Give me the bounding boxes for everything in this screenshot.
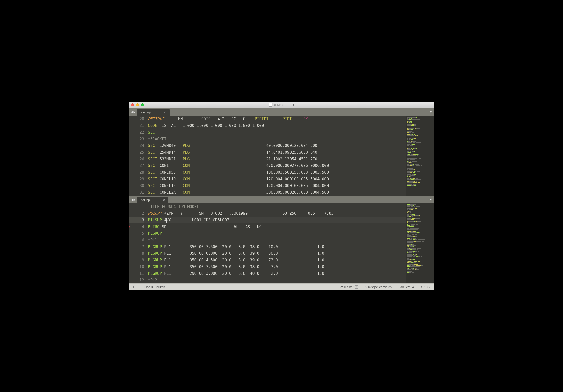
line-number: 4 [129,223,144,230]
line-number: 31 [129,189,144,196]
editor-pane-bottom: 123456789101112 TITLE FOUNDATION MODELPS… [129,203,434,283]
editor-window: psi.inp — test ◀ ▶ sac.inp × ▼ 202122232… [129,102,434,290]
code-line[interactable]: SECT CONEH55 CON 180.003.500150.003.5003… [148,169,406,176]
nav-back-icon[interactable]: ◀ [131,198,133,202]
git-branch-icon: ⎇ [339,285,343,289]
status-cursor-position[interactable]: Line 3, Column 9 [142,285,170,289]
panel-icon [133,286,137,288]
code-line[interactable]: SECT CONEL1E CON 120.004.000100.005.5004… [148,182,406,189]
tab-psi-inp[interactable]: psi.inp × [137,197,168,203]
tab-history-nav: ◀ ▶ [130,108,137,116]
tab-dropdown-icon[interactable]: ▼ [430,110,432,114]
zoom-window-button[interactable] [141,103,144,106]
close-tab-icon[interactable]: × [164,110,166,114]
code-line[interactable]: PLGRUP PL1 350.00 4.500 20.0 8.0 39.0 73… [148,257,406,263]
status-syntax[interactable]: SACS [419,285,432,289]
line-number: 2 [129,210,144,217]
line-number: 27 [129,162,144,169]
code-line[interactable]: PILSUP AVG LCD1LCD3LCD5LCD7 [148,217,406,223]
line-number-gutter[interactable]: 202122232425262728293031 [129,116,148,196]
status-bar: Line 3, Column 9 ⎇ master 3 2 misspelled… [129,283,434,290]
code-line[interactable]: SECT CONEL2A CON 300.005.000200.008.5004… [148,189,406,196]
code-line[interactable]: PSIOPT +ZMN Y SM 0.002 .0001999 S3 250 0… [148,210,406,217]
code-line[interactable]: SECT 120MD40 PLG 40.0006.000120.004.500 [148,142,406,149]
line-number: 23 [129,136,144,142]
tab-sac-inp[interactable]: sac.inp × [137,109,170,116]
git-changes-badge: 3 [355,285,358,289]
tabbar-top: ◀ ▶ sac.inp × ▼ [129,108,434,116]
code-line[interactable]: OPTIONS MN SDIS 4 2 DC C PTPTPT PTPT SK [148,116,406,122]
code-editor-content[interactable]: OPTIONS MN SDIS 4 2 DC C PTPTPT PTPT SKC… [148,116,406,196]
code-line[interactable]: PLGRUP [148,230,406,237]
code-line[interactable]: PLGRUP PL1 350.00 7.500 20.0 8.0 38.0 7.… [148,263,406,270]
line-number: 29 [129,176,144,182]
code-line[interactable]: CODE IS AL 1.000 1.000 1.000 1.000 1.000… [148,122,406,129]
code-line[interactable]: *PL1 [148,237,406,243]
window-title: psi.inp — test [269,103,294,107]
line-number: 20 [129,116,144,122]
line-number: 10 [129,263,144,270]
window-title-text: psi.inp — test [274,103,294,107]
traffic-lights [131,103,144,106]
line-number: 8 [129,250,144,257]
line-number-gutter[interactable]: 123456789101112 [129,203,148,283]
close-tab-icon[interactable]: × [163,198,165,202]
editor-pane-top: 202122232425262728293031 OPTIONS MN SDIS… [129,116,434,196]
code-line[interactable]: SECT [148,129,406,136]
line-number: 11 [129,270,144,277]
code-line[interactable]: SECT 533MD21 PLG 21.1902.13054.4501.270 [148,156,406,162]
nav-back-icon[interactable]: ◀ [131,110,133,114]
line-number: 5 [129,230,144,237]
line-number: 7 [129,243,144,250]
line-number: 9 [129,257,144,263]
code-editor-content[interactable]: TITLE FOUNDATION MODELPSIOPT +ZMN Y SM 0… [148,203,406,283]
line-number: 25 [129,149,144,156]
status-spellcheck[interactable]: 2 misspelled words [363,285,394,289]
status-tab-size[interactable]: Tab Size: 4 [397,285,416,289]
code-line[interactable]: PLTRQ SD AL AS UC [148,223,406,230]
line-number: 26 [129,156,144,162]
code-line[interactable]: *PL2 [148,277,406,283]
line-number: 6 [129,237,144,243]
line-number: 21 [129,122,144,129]
code-line[interactable]: TITLE FOUNDATION MODEL [148,203,406,210]
code-line[interactable]: SECT 254MD14 PLG 14.6401.09025.6000.640 [148,149,406,156]
code-line[interactable]: SECT CON1 CON 470.006.000270.006.0006.00… [148,162,406,169]
nav-forward-icon[interactable]: ▶ [133,198,135,202]
tab-label: sac.inp [141,111,151,114]
code-line[interactable]: **JACKET [148,136,406,142]
status-panel-toggle[interactable] [131,286,139,288]
line-number: 12 [129,277,144,283]
minimap[interactable] [406,116,434,196]
document-icon [269,103,272,107]
tab-history-nav: ◀ ▶ [130,196,137,203]
tab-label: psi.inp [141,198,150,202]
code-line[interactable]: PLGRUP PL1 290.00 3.000 20.0 8.0 40.0 2.… [148,270,406,277]
status-git-branch[interactable]: ⎇ master 3 [337,285,360,289]
close-window-button[interactable] [131,103,134,106]
line-number: 22 [129,129,144,136]
tab-dropdown-icon[interactable]: ▼ [430,198,432,201]
code-line[interactable]: PLGRUP PL1 350.00 6.000 20.0 8.0 39.0 30… [148,250,406,257]
tabbar-bottom: ◀ ▶ psi.inp × ▼ [129,196,434,203]
code-line[interactable]: PLGRUP PL1 350.00 7.500 20.0 8.0 38.0 10… [148,243,406,250]
minimize-window-button[interactable] [136,103,139,106]
window-titlebar: psi.inp — test [129,102,434,108]
nav-forward-icon[interactable]: ▶ [133,110,135,114]
line-number: 30 [129,182,144,189]
line-number: 24 [129,142,144,149]
code-line[interactable]: SECT CONEL1D CON 120.004.000100.005.5004… [148,176,406,182]
minimap[interactable] [406,203,434,283]
line-number: 28 [129,169,144,176]
line-number: 1 [129,203,144,210]
